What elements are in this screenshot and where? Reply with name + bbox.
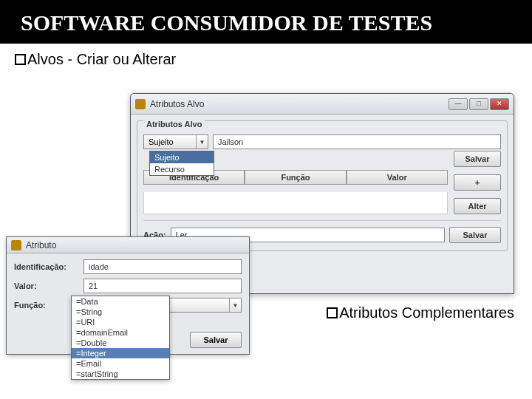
valor-label: Valor: xyxy=(14,282,78,290)
close-button[interactable]: ✕ xyxy=(490,98,509,110)
java-icon xyxy=(135,99,146,109)
funcao-option-integer[interactable]: =Integer xyxy=(72,348,169,358)
valor-input[interactable]: 21 xyxy=(83,279,242,293)
bullet-atributos: Atributos Complementares xyxy=(327,304,514,321)
atributos-group: Atributos Alvo Sujeito ▼ Jailson Sujeito… xyxy=(137,120,508,251)
subject-type-dropdown: Sujeito Recurso xyxy=(149,151,214,176)
titlebar[interactable]: Atributos Alvo — □ ✕ xyxy=(131,94,514,115)
salvar-button[interactable]: Salvar xyxy=(454,151,501,167)
acao-salvar-button[interactable]: Salvar xyxy=(449,227,501,243)
java-icon xyxy=(11,240,21,250)
window-title: Atributos Alvo xyxy=(150,99,449,109)
identificacao-input[interactable]: idade xyxy=(83,259,242,274)
dropdown-option-recurso[interactable]: Recurso xyxy=(150,163,214,175)
dropdown-option-sujeito[interactable]: Sujeito xyxy=(150,151,214,163)
funcao-label: Função: xyxy=(14,301,78,310)
bullet-square-icon xyxy=(327,307,338,318)
table-body-empty[interactable] xyxy=(143,192,448,215)
group-title: Atributos Alvo xyxy=(143,120,205,129)
chevron-down-icon: ▼ xyxy=(229,299,241,312)
slide-title: SOFTWARE CONSUMIDOR DE TESTES xyxy=(21,10,511,36)
atributo-salvar-button[interactable]: Salvar xyxy=(190,332,242,348)
chevron-down-icon: ▼ xyxy=(196,135,208,149)
maximize-button[interactable]: □ xyxy=(469,98,488,110)
funcao-dropdown-list: =Data =String =URI =domainEmail =Double … xyxy=(71,296,170,380)
slide-header: SOFTWARE CONSUMIDOR DE TESTES xyxy=(0,0,532,44)
funcao-option-domainemail[interactable]: =domainEmail xyxy=(72,327,169,338)
identificacao-label: Identificação: xyxy=(14,262,78,271)
col-valor[interactable]: Valor xyxy=(347,170,448,185)
subject-name-input[interactable]: Jailson xyxy=(213,134,501,149)
funcao-option-email[interactable]: =Email xyxy=(72,358,169,369)
bullet-square-icon xyxy=(15,54,26,65)
bullet-alvos: Alvos - Criar ou Alterar xyxy=(0,44,532,75)
subject-type-combo[interactable]: Sujeito ▼ xyxy=(143,134,208,149)
funcao-option-startstring[interactable]: =startString xyxy=(72,369,169,379)
funcao-option-double[interactable]: =Double xyxy=(72,338,169,348)
add-button[interactable]: + xyxy=(454,174,501,191)
minimize-button[interactable]: — xyxy=(449,98,468,110)
window-title: Atributo xyxy=(26,240,245,250)
funcao-option-string[interactable]: =String xyxy=(72,307,169,317)
col-funcao[interactable]: Função xyxy=(245,170,346,185)
funcao-option-uri[interactable]: =URI xyxy=(72,317,169,327)
titlebar[interactable]: Atributo xyxy=(7,237,249,253)
alter-button[interactable]: Alter xyxy=(454,198,501,214)
funcao-option-data[interactable]: =Data xyxy=(72,296,169,307)
